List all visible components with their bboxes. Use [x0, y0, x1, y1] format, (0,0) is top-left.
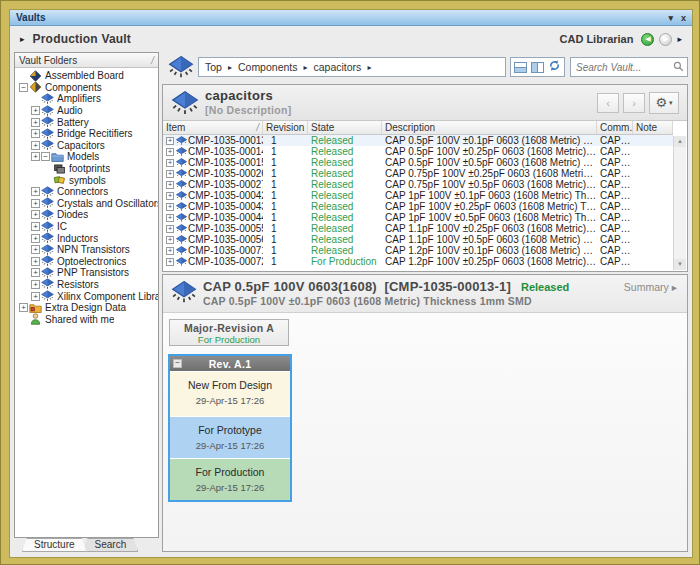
tab-search[interactable]: Search	[83, 538, 139, 552]
column-revision[interactable]: Revision	[263, 121, 308, 134]
revision-card-header[interactable]: − Rev. A.1	[170, 356, 290, 371]
table-row[interactable]: +CMP-1035-000271ReleasedCAP 0.75pF 100V …	[163, 179, 673, 190]
table-row[interactable]: +CMP-1035-000131ReleasedCAP 0.5pF 100V ±…	[163, 135, 673, 146]
tree-expand-icon[interactable]: +	[31, 118, 40, 127]
lifecycle-stage-for-prototype[interactable]: For Prototype29-Apr-15 17:26	[170, 416, 290, 458]
forward-button[interactable]: ▶	[659, 33, 672, 46]
row-expand-icon[interactable]: +	[166, 170, 174, 178]
table-row[interactable]: +CMP-1035-000261ReleasedCAP 0.75pF 100V …	[163, 168, 673, 179]
sidebar-item-crystals-and-oscillators[interactable]: +Crystals and Oscillators	[15, 198, 158, 210]
search-input[interactable]	[576, 62, 673, 73]
sidebar-item-shared-with-me[interactable]: Shared with me	[15, 313, 158, 325]
settings-gear-button[interactable]: ⚙▾	[649, 92, 679, 114]
sidebar-item-extra-design-data[interactable]: +Extra Design Data	[15, 302, 158, 314]
column-comment[interactable]: Comm...	[597, 121, 633, 134]
breadcrumb-components[interactable]: Components	[238, 61, 298, 73]
row-expand-icon[interactable]: +	[166, 214, 174, 222]
sidebar-item-optoelectronics[interactable]: +Optoelectronics	[15, 256, 158, 268]
sidebar-item-ic[interactable]: +IC	[15, 221, 158, 233]
tree-expand-icon[interactable]: +	[31, 199, 40, 208]
lifecycle-stage-new-from-design[interactable]: New From Design29-Apr-15 17:26	[170, 371, 290, 416]
tree-expand-icon[interactable]: +	[31, 245, 40, 254]
tab-structure[interactable]: Structure	[22, 538, 87, 552]
row-expand-icon[interactable]: +	[166, 192, 174, 200]
user-menu-arrow-icon[interactable]: ▸	[677, 34, 682, 44]
sort-ascending-icon[interactable]: /	[151, 55, 154, 66]
column-note[interactable]: Note	[633, 121, 673, 134]
tree-expand-icon[interactable]: +	[19, 303, 28, 312]
collapse-box-icon[interactable]: −	[173, 359, 182, 368]
vault-search[interactable]	[570, 57, 688, 77]
sidebar-item-models[interactable]: +−Models	[15, 151, 158, 163]
close-icon[interactable]: x	[681, 13, 686, 23]
breadcrumb-capacitors[interactable]: capacitors	[314, 61, 362, 73]
refresh-icon[interactable]	[548, 58, 561, 76]
bottom-panel-toggle-icon[interactable]	[514, 62, 527, 73]
user-label[interactable]: CAD Librarian	[560, 33, 634, 45]
tree-expand-icon[interactable]: −	[19, 83, 28, 92]
row-expand-icon[interactable]: +	[166, 159, 174, 167]
row-expand-icon[interactable]: +	[166, 247, 174, 255]
row-expand-icon[interactable]: +	[166, 181, 174, 189]
sidebar-item-pnp-transistors[interactable]: +PNP Transistors	[15, 267, 158, 279]
sidebar-item-connectors[interactable]: +Connectors	[15, 186, 158, 198]
sidebar-item-symbols[interactable]: symbols	[15, 174, 158, 186]
vault-title[interactable]: Production Vault	[33, 32, 132, 46]
row-expand-icon[interactable]: +	[166, 236, 174, 244]
row-expand-icon[interactable]: +	[166, 148, 174, 156]
breadcrumb[interactable]: Top ▸ Components ▸ capacitors ▸	[198, 57, 506, 77]
back-button[interactable]: ◀	[641, 33, 654, 46]
scroll-up-icon[interactable]: ▲	[674, 136, 686, 147]
collapse-icon[interactable]: ▾	[668, 13, 673, 23]
sidebar-item-footprints[interactable]: footprints	[15, 163, 158, 175]
tree-expand-icon[interactable]: +	[31, 268, 40, 277]
sidebar-item-bridge-recitifiers[interactable]: +Bridge Recitifiers	[15, 128, 158, 140]
vault-folders-header[interactable]: Vault Folders /	[15, 53, 158, 68]
previous-item-button[interactable]: ‹	[597, 93, 619, 113]
sidebar-item-xilinx-component-library[interactable]: +Xilinx Component Library	[15, 290, 158, 302]
sidebar-item-components[interactable]: −Components	[15, 82, 158, 94]
window-titlebar[interactable]: Vaults ▾ x	[10, 10, 692, 26]
column-description[interactable]: Description	[382, 121, 597, 134]
table-row[interactable]: +CMP-1035-000561ReleasedCAP 1.1pF 100V ±…	[163, 234, 673, 245]
revision-card[interactable]: − Rev. A.1 New From Design29-Apr-15 17:2…	[168, 354, 292, 502]
table-row[interactable]: +CMP-1035-000141ReleasedCAP 0.5pF 100V ±…	[163, 146, 673, 157]
next-item-button[interactable]: ›	[623, 93, 645, 113]
tree-expand-icon[interactable]: +	[31, 292, 40, 301]
sidebar-item-capacitors[interactable]: +Capacitors	[15, 140, 158, 152]
sidebar-item-inductors[interactable]: +Inductors	[15, 232, 158, 244]
tree-expand-icon[interactable]: +	[31, 106, 40, 115]
vault-expand-arrow-icon[interactable]: ▸	[20, 34, 25, 44]
row-expand-icon[interactable]: +	[166, 203, 174, 211]
row-expand-icon[interactable]: +	[166, 258, 174, 266]
scroll-down-icon[interactable]: ▼	[674, 259, 686, 270]
table-row[interactable]: +CMP-1035-000721For ProductionCAP 1.2pF …	[163, 256, 673, 267]
column-state[interactable]: State	[308, 121, 382, 134]
sidebar-item-audio[interactable]: +Audio	[15, 105, 158, 117]
list-scrollbar[interactable]: ▲ ▼	[673, 136, 686, 270]
table-row[interactable]: +CMP-1035-000551ReleasedCAP 1.1pF 100V ±…	[163, 223, 673, 234]
tree-expand-icon[interactable]: +	[31, 152, 40, 161]
tree-expand-icon[interactable]: +	[31, 280, 40, 289]
major-revision-box[interactable]: Major-Revision A For Production	[169, 319, 289, 346]
tree-expand-icon[interactable]: +	[31, 187, 40, 196]
tree-expand-icon[interactable]: −	[41, 152, 50, 161]
tree-expand-icon[interactable]: +	[31, 210, 40, 219]
tree-expand-icon[interactable]: +	[31, 129, 40, 138]
table-row[interactable]: +CMP-1035-000421ReleasedCAP 1pF 100V ±0.…	[163, 190, 673, 201]
summary-link[interactable]: Summary ▸	[624, 281, 687, 294]
table-row[interactable]: +CMP-1035-000441ReleasedCAP 1pF 100V ±0.…	[163, 212, 673, 223]
table-row[interactable]: +CMP-1035-000431ReleasedCAP 1pF 100V ±0.…	[163, 201, 673, 212]
column-item[interactable]: Item/	[163, 121, 263, 134]
tree-expand-icon[interactable]: +	[31, 141, 40, 150]
tree-expand-icon[interactable]: +	[31, 257, 40, 266]
sidebar-item-diodes[interactable]: +Diodes	[15, 209, 158, 221]
lifecycle-stage-for-production[interactable]: For Production29-Apr-15 17:26	[170, 458, 290, 500]
sidebar-item-battery[interactable]: +Battery	[15, 116, 158, 128]
sidebar-item-amplifiers[interactable]: Amplifiers	[15, 93, 158, 105]
tree-expand-icon[interactable]: +	[31, 222, 40, 231]
tree-expand-icon[interactable]: +	[31, 234, 40, 243]
row-expand-icon[interactable]: +	[166, 137, 174, 145]
sidebar-item-npn-transistors[interactable]: +NPN Transistors	[15, 244, 158, 256]
sidebar-item-assembled-board[interactable]: Assembled Board	[15, 70, 158, 82]
